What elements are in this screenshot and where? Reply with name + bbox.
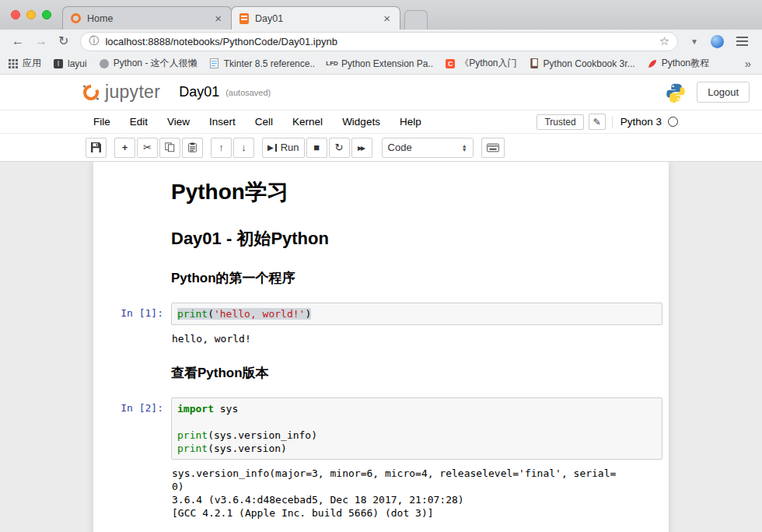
bookmarks-overflow-icon[interactable]: » bbox=[745, 57, 754, 70]
paste-cell-button[interactable] bbox=[182, 138, 203, 158]
lfd-icon: LFD bbox=[326, 60, 338, 67]
jupyter-menubar: File Edit View Insert Cell Kernel Widget… bbox=[0, 110, 762, 134]
forward-button[interactable]: → bbox=[35, 35, 47, 47]
menu-file[interactable]: File bbox=[93, 116, 110, 128]
input-prompt: In [1]: bbox=[93, 303, 171, 350]
logout-button[interactable]: Logout bbox=[697, 82, 750, 103]
menu-edit[interactable]: Edit bbox=[130, 116, 148, 128]
browser-menu-icon[interactable] bbox=[736, 37, 748, 46]
paste-icon bbox=[187, 142, 197, 152]
copy-cell-button[interactable] bbox=[159, 138, 180, 158]
zoom-window-button[interactable] bbox=[42, 10, 51, 19]
menu-insert[interactable]: Insert bbox=[209, 116, 236, 128]
cut-cell-button[interactable]: ✂ bbox=[137, 138, 158, 158]
kernel-indicator: Python 3 bbox=[612, 116, 678, 128]
jupyter-header: jupyter Day01 (autosaved) Logout bbox=[0, 75, 762, 110]
heading-first-program: Python的第一个程序 bbox=[171, 269, 662, 287]
python-logo-icon bbox=[666, 82, 686, 103]
new-tab-button[interactable] bbox=[404, 10, 428, 30]
markdown-cell[interactable]: Python的第一个程序 bbox=[93, 255, 669, 292]
add-cell-button[interactable]: + bbox=[114, 138, 135, 158]
edit-mode-pencil-icon: ✎ bbox=[589, 114, 606, 130]
page-info-icon[interactable]: ⓘ bbox=[89, 34, 99, 48]
minimize-window-button[interactable] bbox=[26, 10, 36, 19]
url-text[interactable]: localhost:8888/notebooks/PythonCode/Day0… bbox=[105, 36, 652, 47]
menu-view[interactable]: View bbox=[167, 116, 190, 128]
tab-close-icon[interactable]: × bbox=[213, 13, 223, 24]
run-button[interactable]: ▶ Run bbox=[262, 138, 305, 158]
site-icon bbox=[100, 59, 109, 68]
heading-python-study: Python学习 bbox=[171, 177, 662, 207]
jupyter-logo-icon bbox=[81, 82, 101, 103]
bookmark-star-icon[interactable]: ☆ bbox=[659, 34, 669, 48]
bookmark-tkinter[interactable]: Tkinter 8.5 reference.. bbox=[209, 58, 315, 69]
tab-home[interactable]: Home × bbox=[62, 6, 232, 30]
bookmark-apps[interactable]: 应用 bbox=[8, 57, 41, 70]
trusted-badge[interactable]: Trusted bbox=[537, 114, 583, 130]
apps-grid-icon bbox=[8, 58, 19, 69]
extension-globe-icon[interactable] bbox=[711, 35, 724, 48]
bookmark-lfd[interactable]: LFD Python Extension Pa.. bbox=[327, 58, 433, 69]
dropdown-indicator-icon[interactable]: ▼ bbox=[690, 37, 698, 46]
bookmarks-bar: 应用 l layui Python - 这个人很懒 Tkinter 8.5 re… bbox=[0, 53, 762, 75]
bookmark-layui[interactable]: l layui bbox=[53, 58, 87, 69]
markdown-cell[interactable]: 查看Python版本 bbox=[93, 350, 669, 387]
jupyter-logo[interactable]: jupyter bbox=[81, 82, 160, 103]
bookmark-cookbook[interactable]: Python Cookbook 3r... bbox=[529, 58, 635, 69]
code-cell-2[interactable]: In [2]: import sys print(sys.version_inf… bbox=[93, 397, 669, 524]
notebook-favicon bbox=[239, 13, 249, 24]
feather-icon bbox=[647, 58, 658, 69]
address-bar[interactable]: ⓘ localhost:8888/notebooks/PythonCode/Da… bbox=[80, 32, 678, 51]
save-icon bbox=[91, 142, 101, 152]
code-input[interactable]: import sys print(sys.version_info) print… bbox=[171, 397, 662, 460]
code-cell-1[interactable]: In [1]: print('hello, world!') hello, wo… bbox=[93, 303, 669, 350]
jupyter-favicon bbox=[71, 13, 81, 23]
back-button[interactable]: ← bbox=[12, 35, 24, 47]
document-icon bbox=[209, 58, 220, 69]
move-cell-up-button[interactable]: ↑ bbox=[211, 138, 232, 158]
fast-forward-icon: ▸▸ bbox=[358, 142, 365, 153]
csdn-icon: C bbox=[446, 59, 455, 68]
book-icon bbox=[529, 58, 540, 69]
tab-close-icon[interactable]: × bbox=[382, 13, 392, 24]
restart-kernel-button[interactable]: ↻ bbox=[329, 138, 350, 158]
close-window-button[interactable] bbox=[11, 10, 20, 19]
heading-day01: Day01 - 初始Python bbox=[171, 227, 662, 250]
restart-run-all-button[interactable]: ▸▸ bbox=[351, 138, 372, 158]
bookmark-python-blog[interactable]: Python - 这个人很懒 bbox=[99, 57, 197, 70]
bookmark-csdn[interactable]: C 《Python入门 bbox=[445, 57, 516, 70]
menu-kernel[interactable]: Kernel bbox=[292, 116, 323, 128]
select-arrows-icon: ▲▼ bbox=[462, 144, 467, 152]
cell-output: hello, world! bbox=[171, 325, 662, 350]
tab-day01[interactable]: Day01 × bbox=[231, 6, 400, 30]
autosave-status: (autosaved) bbox=[225, 88, 271, 97]
tab-title: Day01 bbox=[255, 13, 382, 24]
keyboard-icon bbox=[487, 143, 499, 152]
heading-python-version: 查看Python版本 bbox=[171, 364, 662, 382]
jupyter-toolbar: + ✂ ↑ ↓ ▶ Run ■ ↻ ▸▸ Code ▲▼ bbox=[0, 134, 762, 162]
bookmark-tutorial[interactable]: Python教程 bbox=[647, 57, 709, 70]
kernel-name: Python 3 bbox=[620, 116, 662, 128]
window-controls bbox=[11, 10, 58, 19]
notebook-page: Python学习 Day01 - 初始Python Python的第一个程序 I… bbox=[93, 162, 669, 532]
reload-button[interactable]: ↻ bbox=[58, 35, 68, 47]
run-icon: ▶ bbox=[267, 143, 274, 152]
menu-help[interactable]: Help bbox=[400, 116, 421, 128]
input-prompt: In [2]: bbox=[93, 397, 171, 524]
tab-title: Home bbox=[87, 13, 213, 24]
save-button[interactable] bbox=[86, 138, 107, 158]
move-cell-down-button[interactable]: ↓ bbox=[233, 138, 254, 158]
command-palette-button[interactable] bbox=[481, 138, 505, 158]
code-input[interactable]: print('hello, world!') bbox=[171, 303, 662, 325]
copy-icon bbox=[165, 142, 175, 152]
cell-type-select[interactable]: Code ▲▼ bbox=[382, 138, 474, 158]
markdown-cell[interactable]: Python学习 bbox=[93, 171, 669, 212]
kernel-status-icon bbox=[668, 117, 678, 127]
menu-widgets[interactable]: Widgets bbox=[342, 116, 380, 128]
tab-strip: Home × Day01 × bbox=[0, 0, 762, 30]
interrupt-kernel-button[interactable]: ■ bbox=[306, 138, 327, 158]
notebook-title[interactable]: Day01 bbox=[179, 84, 219, 100]
menu-cell[interactable]: Cell bbox=[255, 116, 273, 128]
markdown-cell[interactable]: Day01 - 初始Python bbox=[93, 212, 669, 255]
notebook-area: Python学习 Day01 - 初始Python Python的第一个程序 I… bbox=[0, 162, 762, 532]
